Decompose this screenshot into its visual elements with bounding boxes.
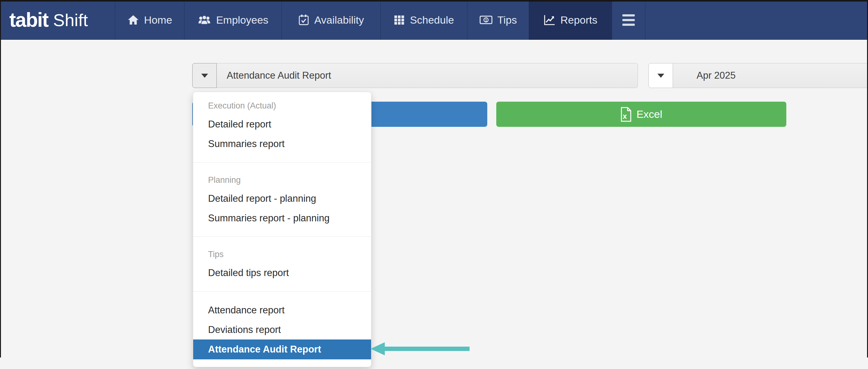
nav-item-tips[interactable]: 1 Tips [467,0,529,40]
excel-export-button[interactable]: x Excel [496,102,786,127]
nav-item-label: Employees [216,14,268,26]
chevron-down-icon [201,74,208,78]
nav-item-label: Tips [497,14,517,26]
month-select-value[interactable]: Apr 2025 [673,63,868,88]
nav-item-label: Reports [560,14,597,26]
report-select-value[interactable]: Attendance Audit Report [217,63,638,88]
report-type-dropdown-menu: Execution (Actual) Detailed report Summa… [193,92,371,367]
dropdown-divider [193,236,371,237]
dropdown-divider [193,291,371,292]
nav-item-label: Schedule [410,14,454,26]
month-select-caret-button[interactable] [648,63,673,88]
nav-item-reports[interactable]: Reports [529,0,612,40]
nav-item-home[interactable]: Home [115,0,184,40]
svg-text:x: x [623,112,627,120]
dropdown-group-header: Tips [193,246,371,263]
svg-text:1: 1 [485,18,487,22]
dropdown-item-summaries-report-planning[interactable]: Summaries report - planning [193,208,371,228]
nav-item-employees[interactable]: Employees [184,0,281,40]
report-select-caret-button[interactable] [192,63,217,88]
top-navbar: tabit Shift Home Employees Availability [0,0,868,41]
brand-logo-light: Shift [53,10,88,30]
nav-item-label: Home [144,14,173,26]
excel-file-icon: x [620,107,632,122]
availability-icon [298,14,309,26]
dropdown-item-attendance-report[interactable]: Attendance report [193,300,371,320]
dropdown-item-detailed-tips-report[interactable]: Detailed tips report [193,263,371,283]
employees-icon [197,15,211,25]
dropdown-item-detailed-report-planning[interactable]: Detailed report - planning [193,189,371,208]
chevron-down-icon [657,74,664,78]
dropdown-item-detailed-report[interactable]: Detailed report [193,114,371,134]
dropdown-item-deviations-report[interactable]: Deviations report [193,320,371,339]
report-type-select[interactable]: Attendance Audit Report [192,63,638,88]
excel-button-label: Excel [636,108,662,120]
nav-item-schedule[interactable]: Schedule [380,0,467,40]
tips-icon: 1 [479,15,493,25]
brand-logo: tabit Shift [9,0,88,40]
home-icon [127,15,139,25]
dropdown-group-header: Execution (Actual) [193,97,371,114]
nav-item-availability[interactable]: Availability [281,0,380,40]
dropdown-divider [193,162,371,163]
hamburger-icon [622,14,635,26]
schedule-icon [394,15,405,25]
brand-logo-bold: tabit [9,8,48,31]
screenshot-frame [0,0,868,358]
nav-menu-toggle[interactable] [612,0,645,40]
nav-item-label: Availability [314,14,364,26]
dropdown-item-summaries-report[interactable]: Summaries report [193,134,371,153]
reports-icon [544,14,555,26]
annotation-arrow-left-icon [371,342,470,355]
month-select[interactable]: Apr 2025 [648,63,868,88]
dropdown-item-attendance-audit-report[interactable]: Attendance Audit Report [193,339,371,359]
dropdown-group-header: Planning [193,171,371,189]
